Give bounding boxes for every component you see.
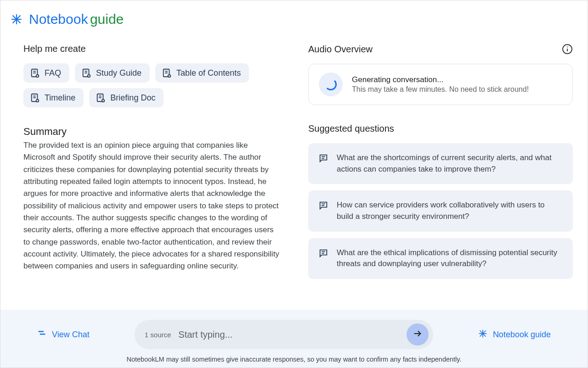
chip-faq[interactable]: FAQ	[23, 63, 69, 83]
chat-input[interactable]	[178, 329, 399, 340]
notebook-asterisk-icon	[11, 13, 23, 25]
chip-timeline[interactable]: Timeline	[23, 88, 84, 107]
summary-text: The provided text is an opinion piece ar…	[23, 139, 281, 273]
send-button[interactable]	[407, 323, 429, 346]
doc-plus-icon	[81, 68, 91, 78]
audio-generating-title: Generating conversation...	[352, 75, 529, 84]
chip-study-guide[interactable]: Study Guide	[75, 63, 150, 83]
notebook-guide-button[interactable]: Notebook guide	[460, 329, 569, 340]
doc-plus-icon	[162, 68, 172, 78]
question-text: How can service providers work collabora…	[337, 200, 563, 222]
chat-note-icon	[318, 153, 328, 163]
audio-overview-title: Audio Overview	[308, 44, 373, 55]
audio-generating-subtitle: This may take a few minutes. No need to …	[352, 85, 529, 94]
title-word-notebook: Notebook	[29, 11, 88, 27]
spinner-icon	[319, 72, 343, 96]
audio-generating-card: Generating conversation... This may take…	[308, 64, 573, 105]
title-word-guide: guide	[90, 11, 124, 27]
view-chat-button[interactable]: View Chat	[19, 329, 108, 340]
chip-briefing-doc[interactable]: Briefing Doc	[89, 88, 164, 107]
chat-note-icon	[318, 248, 328, 258]
chat-note-icon	[318, 201, 328, 211]
chip-label: Briefing Doc	[110, 93, 155, 103]
chip-label: Table of Contents	[176, 68, 241, 78]
chat-input-container: 1 source	[135, 320, 433, 349]
arrow-right-icon	[413, 329, 423, 340]
doc-plus-icon	[30, 93, 40, 103]
notebook-asterisk-icon	[478, 329, 487, 340]
chip-label: Timeline	[45, 93, 75, 103]
chip-label: FAQ	[45, 68, 61, 78]
info-icon[interactable]	[562, 44, 573, 55]
chip-label: Study Guide	[96, 68, 141, 78]
page-header: Notebook guide	[0, 0, 588, 31]
page-title: Notebook guide	[29, 11, 124, 27]
suggested-question[interactable]: What are the ethical implications of dis…	[308, 238, 573, 279]
create-chips-row: FAQ Study Guide Table of Contents Timeli…	[23, 63, 281, 107]
chat-icon	[37, 329, 46, 340]
svg-rect-43	[39, 331, 44, 332]
suggested-questions-title: Suggested questions	[308, 123, 573, 134]
svg-point-36	[567, 47, 568, 48]
bottom-bar: View Chat 1 source Notebook guide Notebo…	[0, 310, 588, 368]
source-count: 1 source	[145, 331, 171, 339]
disclaimer-text: NotebookLM may still sometimes give inac…	[0, 356, 588, 363]
chip-table-of-contents[interactable]: Table of Contents	[155, 63, 249, 83]
summary-title: Summary	[23, 126, 281, 138]
question-text: What are the ethical implications of dis…	[337, 247, 563, 270]
question-text: What are the shortcomings of current sec…	[337, 152, 563, 175]
help-me-create-title: Help me create	[23, 44, 281, 54]
svg-rect-44	[40, 334, 45, 335]
doc-plus-icon	[30, 68, 40, 78]
view-chat-label: View Chat	[52, 330, 90, 340]
doc-plus-icon	[96, 93, 106, 103]
notebook-guide-label: Notebook guide	[493, 330, 551, 340]
suggested-question[interactable]: What are the shortcomings of current sec…	[308, 143, 573, 184]
suggested-question[interactable]: How can service providers work collabora…	[308, 190, 573, 231]
